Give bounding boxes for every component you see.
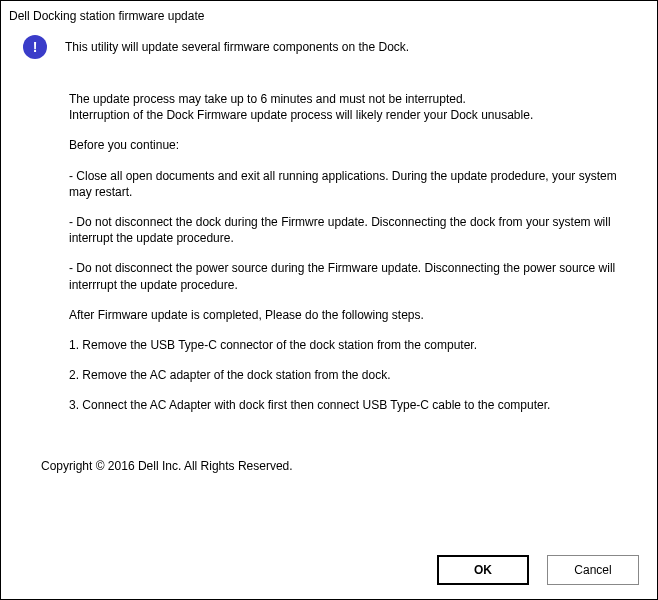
dialog-body: The update process may take up to 6 minu… bbox=[1, 59, 657, 413]
body-text-line: - Do not disconnect the power source dur… bbox=[69, 260, 639, 292]
body-text-line: 3. Connect the AC Adapter with dock firs… bbox=[69, 397, 639, 413]
ok-button[interactable]: OK bbox=[437, 555, 529, 585]
body-text-line: Interruption of the Dock Firmware update… bbox=[69, 107, 639, 123]
firmware-update-dialog: Dell Docking station firmware update ! T… bbox=[0, 0, 658, 600]
body-text-line: After Firmware update is completed, Plea… bbox=[69, 307, 639, 323]
body-text-line: The update process may take up to 6 minu… bbox=[69, 91, 639, 107]
body-text-line: - Do not disconnect the dock during the … bbox=[69, 214, 639, 246]
button-row: OK Cancel bbox=[437, 555, 639, 585]
body-text-line: - Close all open documents and exit all … bbox=[69, 168, 639, 200]
body-text-line: 1. Remove the USB Type-C connector of th… bbox=[69, 337, 639, 353]
cancel-button[interactable]: Cancel bbox=[547, 555, 639, 585]
body-text-line: Before you continue: bbox=[69, 137, 639, 153]
info-icon: ! bbox=[23, 35, 47, 59]
dialog-header-text: This utility will update several firmwar… bbox=[47, 40, 409, 54]
dialog-title: Dell Docking station firmware update bbox=[1, 9, 657, 29]
body-text-line: 2. Remove the AC adapter of the dock sta… bbox=[69, 367, 639, 383]
copyright-text: Copyright © 2016 Dell Inc. All Rights Re… bbox=[1, 427, 657, 473]
dialog-header-row: ! This utility will update several firmw… bbox=[1, 29, 657, 59]
